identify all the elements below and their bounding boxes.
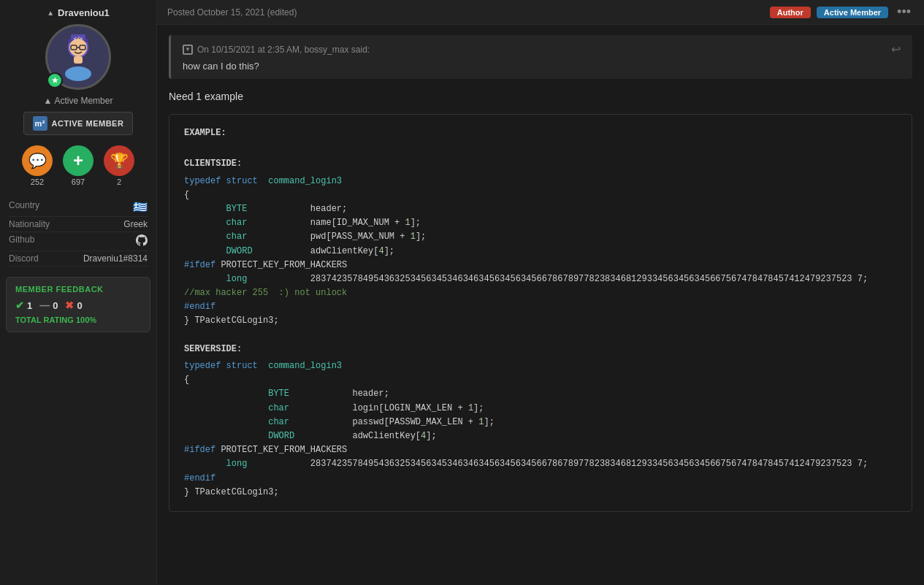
info-country: Country 🇬🇷 (9, 198, 148, 217)
quote-text: how can I do this? (183, 61, 901, 72)
quote-header: ▼ On 10/15/2021 at 2:35 AM, bossy_max sa… (183, 42, 901, 56)
comments-icon: 💬 (22, 145, 53, 176)
header-badges: Author Active Member ••• (770, 4, 914, 20)
svg-point-5 (65, 66, 91, 81)
username-header: ▲ Draveniou1 (47, 7, 110, 18)
github-icon[interactable] (136, 234, 148, 248)
active-member-sublabel: ▲ Active Member (44, 96, 113, 106)
username-label: Draveniou1 (58, 7, 110, 18)
quote-box: ▼ On 10/15/2021 at 2:35 AM, bossy_max sa… (169, 35, 912, 79)
badge-icon: m² (33, 116, 47, 131)
chevron-up-icon: ▲ (47, 9, 54, 17)
trophy-icon: 🏆 (104, 145, 134, 176)
share-icon[interactable]: ↩ (891, 42, 901, 56)
badge-comments: 💬 252 (22, 145, 53, 186)
check-icon: ✔ (15, 299, 24, 311)
svg-rect-6 (74, 56, 83, 64)
plus-icon: + (63, 145, 93, 176)
star-badge: ★ (47, 72, 63, 88)
info-table: Country 🇬🇷 Nationality Greek Github Disc… (0, 198, 156, 267)
avatar-wrap: </> ✦ ★ (45, 24, 111, 90)
serverside-label: SERVERSIDE: (184, 343, 897, 356)
post-body: ▼ On 10/15/2021 at 2:35 AM, bossy_max sa… (157, 25, 924, 585)
badges-row: 💬 252 + 697 🏆 2 (22, 145, 134, 186)
active-member-tag: Active Member (817, 7, 888, 18)
feedback-counts: ✔ 1 — 0 ✖ 0 (15, 299, 141, 311)
info-github: Github (9, 232, 148, 251)
sidebar: ▲ Draveniou1 </> ✦ (0, 0, 157, 585)
main-content: Posted October 15, 2021 (edited) Author … (157, 0, 924, 585)
more-options-button[interactable]: ••• (894, 4, 914, 20)
dash-icon: — (39, 299, 50, 311)
feedback-neutral: — 0 (39, 299, 58, 311)
member-badge: m² ACTIVE MEMBER (23, 112, 134, 135)
feedback-positive: ✔ 1 (15, 299, 32, 311)
post-header: Posted October 15, 2021 (edited) Author … (157, 0, 924, 25)
feedback-negative: ✖ 0 (65, 299, 82, 311)
badge-plus: + 697 (63, 145, 93, 186)
author-tag: Author (770, 7, 811, 18)
feedback-box: MEMBER FEEDBACK ✔ 1 — 0 ✖ 0 TOTAL RATING… (6, 277, 150, 332)
clientside-label: CLIENTSIDE: (184, 157, 897, 171)
x-icon: ✖ (65, 299, 74, 311)
example-label: EXAMPLE: (184, 126, 897, 140)
code-block: EXAMPLE: CLIENTSIDE:typedef struct comma… (169, 114, 912, 512)
badge-trophy: 🏆 2 (104, 145, 134, 186)
response-text: Need 1 example (169, 91, 912, 102)
post-meta: Posted October 15, 2021 (edited) (167, 7, 297, 18)
info-nationality: Nationality Greek (9, 217, 148, 232)
info-discord: Discord Draveniu1#8314 (9, 251, 148, 267)
quote-icon: ▼ (183, 45, 193, 55)
